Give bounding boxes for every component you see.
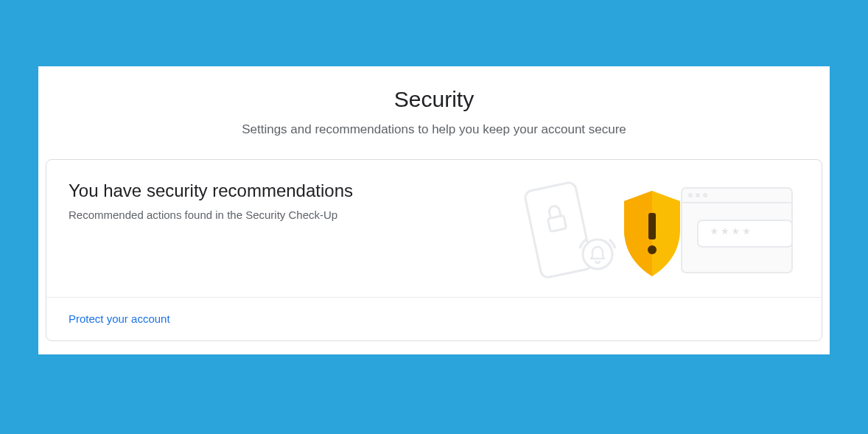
browser-window-icon: ****: [682, 188, 792, 273]
card-text: You have security recommendations Recomm…: [69, 181, 505, 221]
svg-rect-10: [648, 213, 656, 239]
page-title: Security: [38, 87, 830, 112]
svg-point-7: [703, 193, 707, 197]
svg-point-11: [648, 245, 657, 254]
card-footer: Protect your account: [46, 298, 822, 340]
shield-warning-icon: [624, 191, 680, 276]
bell-icon: [580, 239, 615, 269]
card-title: You have security recommendations: [69, 181, 505, 201]
svg-point-2: [583, 239, 612, 269]
recommendations-card: You have security recommendations Recomm…: [46, 159, 822, 341]
panel-header: Security Settings and recommendations to…: [38, 87, 830, 137]
protect-account-link[interactable]: Protect your account: [69, 312, 170, 325]
card-description: Recommended actions found in the Securit…: [69, 209, 505, 221]
phone-icon: [524, 181, 592, 279]
card-body: You have security recommendations Recomm…: [46, 160, 822, 298]
svg-point-6: [696, 193, 700, 197]
page-subtitle: Settings and recommendations to help you…: [38, 122, 830, 137]
svg-text:****: ****: [711, 225, 754, 243]
security-panel: Security Settings and recommendations to…: [38, 66, 830, 354]
svg-point-5: [688, 193, 693, 197]
security-illustration: ****: [505, 181, 799, 284]
